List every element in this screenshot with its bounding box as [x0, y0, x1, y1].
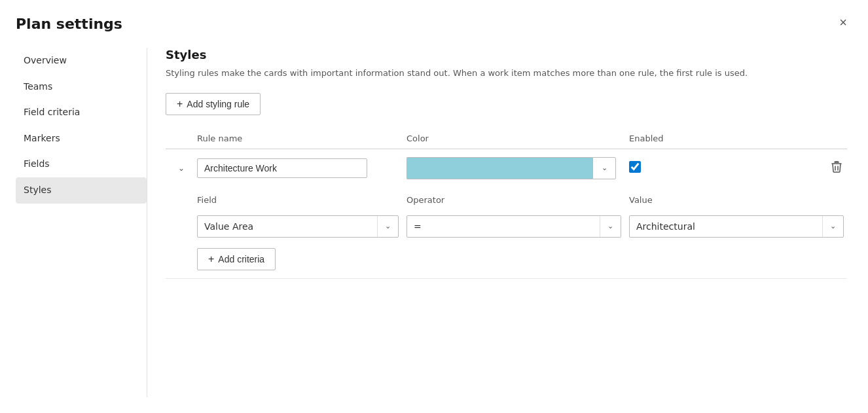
table-header: Rule name Color Enabled	[166, 128, 847, 149]
header-color: Color	[407, 134, 629, 143]
delete-rule-button[interactable]	[826, 158, 847, 178]
operator-select-text: =	[407, 221, 600, 232]
chevron-down-icon: ⌄	[602, 164, 607, 172]
criteria-row: Value Area ⌄ = ⌄ Architectural ⌄	[197, 215, 847, 238]
criteria-value-header: Value	[629, 195, 847, 205]
field-select-text: Value Area	[198, 221, 377, 232]
page-title: Plan settings	[16, 16, 847, 32]
delete-icon	[831, 164, 842, 175]
plan-settings-container: Plan settings × Overview Teams Field cri…	[0, 0, 868, 413]
expand-row-button[interactable]: ⌄	[166, 161, 197, 175]
header-actions	[747, 134, 847, 143]
operator-select-arrow: ⌄	[600, 216, 621, 237]
close-button[interactable]: ×	[837, 13, 850, 31]
criteria-operator-header: Operator	[407, 195, 629, 205]
enabled-cell	[629, 161, 747, 175]
add-styling-rule-button[interactable]: + Add styling rule	[166, 93, 261, 115]
field-select[interactable]: Value Area ⌄	[197, 215, 399, 238]
add-criteria-button[interactable]: + Add criteria	[197, 248, 276, 270]
header-expand	[166, 134, 197, 143]
sidebar-item-overview[interactable]: Overview	[16, 48, 147, 74]
field-select-arrow: ⌄	[377, 216, 398, 237]
rule-name-input[interactable]	[197, 158, 367, 178]
section-title: Styles	[166, 48, 847, 62]
rule-top: ⌄ ⌄	[166, 157, 847, 179]
criteria-header: Field Operator Value	[197, 190, 847, 210]
plus-icon: +	[177, 99, 183, 109]
main-content: Styles Styling rules make the cards with…	[147, 48, 847, 397]
sidebar-item-styles[interactable]: Styles	[16, 177, 147, 204]
plus-icon: +	[208, 254, 214, 264]
table-row: ⌄ ⌄	[166, 149, 847, 279]
value-select[interactable]: Architectural ⌄	[629, 215, 844, 238]
sidebar-item-markers[interactable]: Markers	[16, 126, 147, 152]
color-dropdown-button[interactable]: ⌄	[592, 157, 616, 179]
value-select-text: Architectural	[630, 221, 822, 232]
section-description: Styling rules make the cards with import…	[166, 67, 755, 80]
color-swatch[interactable]	[407, 157, 592, 179]
enabled-checkbox[interactable]	[629, 161, 641, 173]
criteria-area: Field Operator Value Value Area ⌄ =	[166, 190, 847, 270]
sidebar-item-teams[interactable]: Teams	[16, 74, 147, 100]
value-select-arrow: ⌄	[822, 216, 843, 237]
color-picker-wrapper: ⌄	[407, 157, 616, 179]
header-enabled: Enabled	[629, 134, 747, 143]
sidebar-item-field-criteria[interactable]: Field criteria	[16, 99, 147, 126]
operator-select[interactable]: = ⌄	[407, 215, 621, 238]
main-layout: Overview Teams Field criteria Markers Fi…	[16, 48, 847, 397]
header-rule-name: Rule name	[197, 134, 407, 143]
chevron-down-icon: ⌄	[178, 164, 185, 173]
criteria-field-header: Field	[197, 195, 407, 205]
sidebar: Overview Teams Field criteria Markers Fi…	[16, 48, 147, 397]
sidebar-item-fields[interactable]: Fields	[16, 151, 147, 177]
